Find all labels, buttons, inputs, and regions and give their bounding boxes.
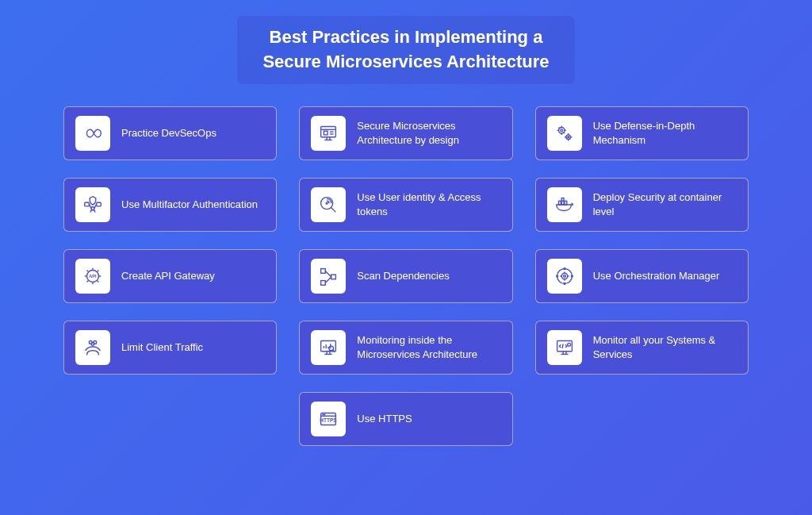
svg-text:HTTPS: HTTPS [320, 417, 338, 422]
card-scan-deps: Scan Dependencies [299, 249, 512, 303]
svg-rect-46 [321, 280, 326, 285]
card-label: Monitoring inside the Microservices Arch… [357, 333, 500, 361]
card-label: Scan Dependencies [357, 269, 449, 283]
svg-rect-32 [565, 201, 567, 205]
gears-icon [547, 116, 582, 151]
svg-line-14 [558, 127, 559, 128]
card-orchestration: Use Orchestration Manager [535, 249, 749, 303]
card-container-security: Deploy Security at container level [535, 178, 749, 232]
hands-icon [75, 330, 110, 365]
svg-rect-45 [331, 275, 336, 279]
title-line-2: Secure Microservices Architecture [262, 52, 549, 71]
card-api-gateway: API Create API Gateway [63, 249, 277, 303]
svg-point-16 [566, 134, 571, 139]
svg-point-62 [91, 342, 94, 345]
card-label: Use Defense-in-Depth Mechanism [593, 119, 737, 147]
card-label: Monitor all your Systems & Services [593, 333, 737, 361]
svg-line-42 [98, 270, 99, 271]
fingerprint-icon [311, 187, 346, 222]
card-limit-traffic: Limit Client Traffic [63, 321, 277, 375]
svg-point-82 [324, 414, 325, 415]
card-monitor-inside: Monitoring inside the Microservices Arch… [299, 321, 512, 375]
title-line-1: Best Practices in Implementing a [270, 27, 543, 47]
https-icon: HTTPS [311, 402, 346, 436]
card-secure-design: Secure Microservices Architecture by des… [299, 106, 512, 160]
mfa-icon [75, 187, 110, 222]
svg-rect-30 [558, 201, 561, 205]
card-label: Practice DevSecOps [121, 126, 216, 140]
svg-line-74 [562, 344, 563, 348]
card-label: Use Multifactor Authentication [121, 198, 258, 212]
infinity-icon [75, 116, 110, 151]
card-label: Use HTTPS [357, 412, 412, 426]
card-identity-tokens: Use User identity & Access tokens [299, 178, 512, 232]
svg-rect-44 [321, 268, 326, 273]
svg-line-29 [331, 207, 336, 212]
monitor-chart-icon [311, 330, 346, 365]
svg-point-28 [327, 202, 328, 204]
svg-rect-2 [324, 131, 328, 135]
card-mfa: Use Multifactor Authentication [63, 178, 277, 232]
card-label: Create API Gateway [121, 269, 215, 283]
svg-point-50 [561, 273, 568, 279]
api-gear-icon: API [75, 259, 110, 294]
svg-line-47 [326, 271, 332, 277]
svg-line-15 [563, 132, 564, 133]
svg-point-49 [557, 268, 572, 283]
svg-point-81 [323, 414, 324, 415]
svg-point-9 [561, 129, 563, 131]
monitor-code-icon [547, 330, 582, 365]
card-label: Use Orchestration Manager [593, 269, 720, 283]
svg-rect-23 [85, 202, 90, 206]
card-https: HTTPS Use HTTPS [299, 392, 512, 446]
svg-line-40 [98, 280, 99, 282]
practice-grid: Practice DevSecOps Secure Microservices … [63, 106, 749, 446]
card-label: Secure Microservices Architecture by des… [357, 119, 500, 147]
svg-line-48 [326, 277, 332, 283]
svg-rect-24 [97, 202, 102, 206]
dep-graph-icon [311, 259, 346, 294]
container-icon [547, 187, 582, 222]
svg-line-41 [87, 280, 89, 282]
svg-text:API: API [89, 273, 97, 278]
svg-point-75 [567, 343, 570, 346]
card-monitor-all: Monitor all your Systems & Services [535, 321, 749, 375]
svg-rect-33 [561, 198, 564, 201]
svg-line-39 [87, 270, 89, 271]
svg-point-17 [567, 136, 569, 137]
orchestrate-icon [547, 259, 582, 294]
title-box: Best Practices in Implementing a Secure … [237, 16, 574, 84]
card-label: Deploy Security at container level [593, 190, 737, 218]
page-title: Best Practices in Implementing a Secure … [262, 25, 549, 75]
svg-point-51 [563, 275, 565, 277]
card-defense-depth: Use Defense-in-Depth Mechanism [535, 106, 749, 160]
card-devsecops: Practice DevSecOps [63, 106, 277, 160]
monitor-design-icon [311, 116, 346, 151]
card-label: Limit Client Traffic [121, 340, 203, 355]
card-label: Use User identity & Access tokens [357, 190, 500, 218]
